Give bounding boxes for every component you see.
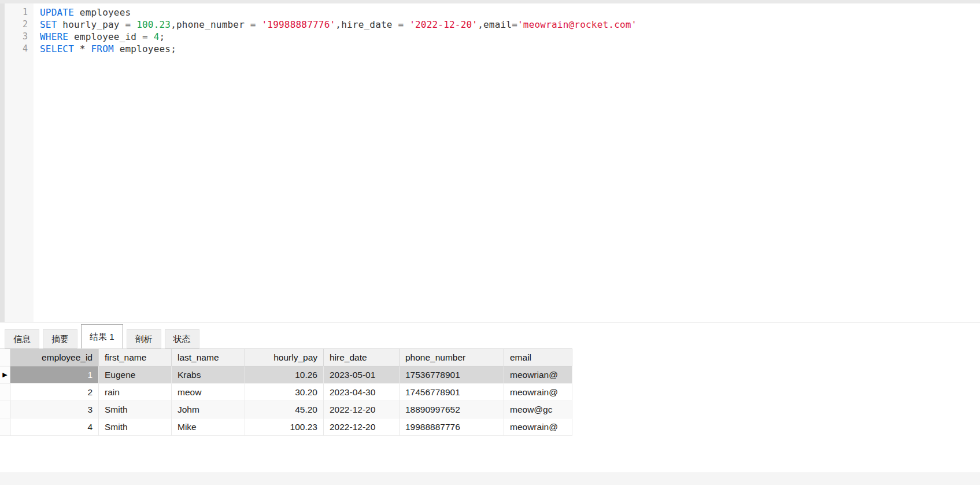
table-row: 4SmithMike100.232022-12-2019988887776meo… xyxy=(0,418,572,436)
code-token-kw: SET xyxy=(40,19,57,30)
code-token-num: 100.23 xyxy=(136,19,171,30)
code-token-pl: ,hire_date = xyxy=(335,19,409,30)
cell-email[interactable]: meowrain@ xyxy=(504,384,572,401)
column-header-employee_id[interactable]: employee_id xyxy=(10,348,99,366)
code-token-str: '2022-12-20' xyxy=(409,19,478,30)
cell-hire_date[interactable]: 2023-05-01 xyxy=(324,366,400,384)
result-tabbar: 信息摘要结果 1剖析状态 xyxy=(0,322,980,348)
code-token-kw: FROM xyxy=(91,43,114,54)
column-header-hire_date[interactable]: hire_date xyxy=(324,348,400,366)
line-number: 1 xyxy=(5,6,34,19)
cell-last_name[interactable]: Mike xyxy=(172,418,245,436)
cell-first_name[interactable]: Eugene xyxy=(99,366,172,384)
sql-editor-window: 1234 UPDATE employeesSET hourly_pay = 10… xyxy=(0,0,980,485)
line-number: 4 xyxy=(5,43,34,55)
code-token-pl: ; xyxy=(160,31,165,42)
cell-hire_date[interactable]: 2022-12-20 xyxy=(324,418,400,436)
code-line: SELECT * FROM employees; xyxy=(40,43,980,55)
column-header-phone_number[interactable]: phone_number xyxy=(400,348,504,366)
cell-last_name[interactable]: Johm xyxy=(172,401,245,418)
cell-phone_number[interactable]: 19988887776 xyxy=(400,418,504,436)
window-bottom-edge xyxy=(0,472,980,485)
cell-hourly_pay[interactable]: 100.23 xyxy=(245,418,324,436)
cell-phone_number[interactable]: 18890997652 xyxy=(400,401,504,418)
row-marker-header[interactable] xyxy=(0,348,10,366)
code-line: UPDATE employees xyxy=(40,6,980,19)
result-tabs: 信息摘要结果 1剖析状态 xyxy=(0,322,980,348)
row-marker-cell[interactable]: ▶ xyxy=(0,366,10,384)
cell-phone_number[interactable]: 17456778901 xyxy=(400,384,504,401)
row-marker-cell[interactable] xyxy=(0,418,10,436)
code-token-kw: SELECT xyxy=(40,43,74,54)
code-token-pl: hourly_pay = xyxy=(57,19,137,30)
table-row: 2rainmeow30.202023-04-3017456778901meowr… xyxy=(0,384,572,401)
cell-phone_number[interactable]: 17536778901 xyxy=(400,366,504,384)
line-number: 3 xyxy=(5,31,34,43)
sql-editor[interactable]: 1234 UPDATE employeesSET hourly_pay = 10… xyxy=(0,3,980,322)
cell-employee_id[interactable]: 3 xyxy=(10,401,99,418)
cell-first_name[interactable]: Smith xyxy=(99,418,172,436)
line-number: 2 xyxy=(5,19,34,31)
code-token-str: 'meowrain@rocket.com' xyxy=(517,19,637,30)
row-marker-cell[interactable] xyxy=(0,401,10,418)
column-header-row: employee_idfirst_namelast_namehourly_pay… xyxy=(0,348,572,366)
editor-margin-strip xyxy=(0,3,5,322)
cell-first_name[interactable]: Smith xyxy=(99,401,172,418)
code-token-num: 4 xyxy=(154,31,160,42)
sql-code-area[interactable]: UPDATE employeesSET hourly_pay = 100.23,… xyxy=(34,3,980,322)
cell-last_name[interactable]: meow xyxy=(172,384,245,401)
cell-email[interactable]: meowrian@ xyxy=(504,366,572,384)
cell-hourly_pay[interactable]: 10.26 xyxy=(245,366,324,384)
cell-hourly_pay[interactable]: 45.20 xyxy=(245,401,324,418)
code-token-kw: WHERE xyxy=(40,31,68,42)
tab-result-1[interactable]: 结果 1 xyxy=(81,324,123,348)
cell-employee_id[interactable]: 1 xyxy=(10,366,99,384)
code-token-pl: * xyxy=(74,43,91,54)
row-marker-cell[interactable] xyxy=(0,384,10,401)
column-header-first_name[interactable]: first_name xyxy=(99,348,172,366)
cell-email[interactable]: meow@gc xyxy=(504,401,572,418)
code-token-pl: ,email= xyxy=(478,19,517,30)
cell-first_name[interactable]: rain xyxy=(99,384,172,401)
code-line: WHERE employee_id = 4; xyxy=(40,31,980,43)
cell-hire_date[interactable]: 2023-04-30 xyxy=(324,384,400,401)
tab-status[interactable]: 状态 xyxy=(165,329,199,348)
code-token-pl: employees xyxy=(74,7,131,18)
code-line: SET hourly_pay = 100.23,phone_number = '… xyxy=(40,19,980,31)
table-row: ▶1EugeneKrabs10.262023-05-0117536778901m… xyxy=(0,366,572,384)
cell-last_name[interactable]: Krabs xyxy=(172,366,245,384)
table-row: 3SmithJohm45.202022-12-2018890997652meow… xyxy=(0,401,572,418)
code-token-pl: employees; xyxy=(114,43,176,54)
cell-employee_id[interactable]: 4 xyxy=(10,418,99,436)
cell-hire_date[interactable]: 2022-12-20 xyxy=(324,401,400,418)
tab-info[interactable]: 信息 xyxy=(5,329,39,348)
tab-summary[interactable]: 摘要 xyxy=(43,329,77,348)
code-token-str: '19988887776' xyxy=(262,19,336,30)
cell-email[interactable]: meowrain@ xyxy=(504,418,572,436)
cell-hourly_pay[interactable]: 30.20 xyxy=(245,384,324,401)
column-header-last_name[interactable]: last_name xyxy=(172,348,245,366)
line-number-gutter: 1234 xyxy=(5,3,34,322)
code-token-pl: employee_id = xyxy=(68,31,154,42)
code-token-kw: UPDATE xyxy=(40,7,74,18)
result-grid: employee_idfirst_namelast_namehourly_pay… xyxy=(0,348,572,436)
code-token-pl: ,phone_number = xyxy=(171,19,261,30)
cell-employee_id[interactable]: 2 xyxy=(10,384,99,401)
tab-profile[interactable]: 剖析 xyxy=(127,329,161,348)
column-header-hourly_pay[interactable]: hourly_pay xyxy=(245,348,324,366)
column-header-email[interactable]: email xyxy=(504,348,572,366)
